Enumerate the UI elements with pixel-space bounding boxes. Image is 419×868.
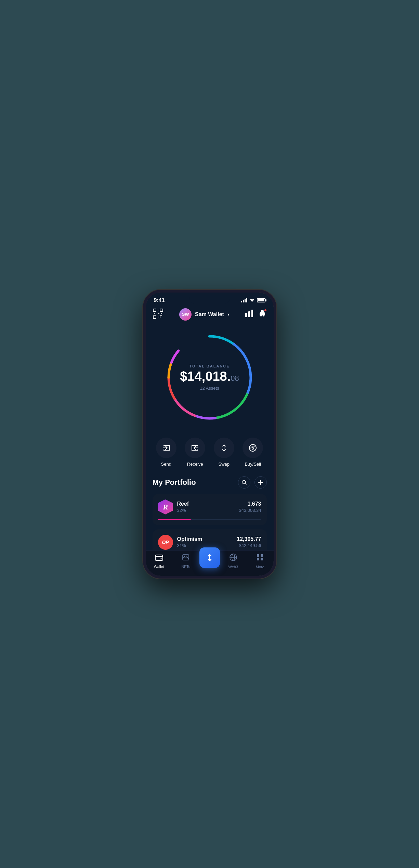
balance-label: TOTAL BALANCE: [180, 364, 239, 368]
search-button[interactable]: [238, 476, 250, 489]
phone-frame: 9:41: [143, 290, 276, 579]
svg-text:$: $: [252, 446, 254, 451]
web3-icon: [229, 553, 237, 563]
nav-web3[interactable]: Web3: [220, 553, 247, 569]
swap-label: Swap: [218, 462, 230, 467]
bell-wrapper: [258, 309, 266, 319]
header: SW Sam Wallet ▾: [146, 306, 274, 326]
reef-amount: 1.673: [239, 501, 261, 507]
asset-left-reef: R Reef 32%: [158, 500, 189, 515]
balance-whole: $14,018.: [180, 369, 231, 383]
op-right: 12,305.77 $42,149.56: [237, 536, 261, 548]
svg-rect-31: [261, 554, 263, 557]
add-asset-button[interactable]: [254, 476, 267, 489]
svg-point-27: [184, 556, 185, 557]
actions-row: Send Receive Swap: [146, 432, 274, 476]
user-profile[interactable]: SW Sam Wallet ▾: [179, 308, 230, 321]
receive-icon-circle: [185, 438, 205, 458]
chevron-down-icon: ▾: [227, 312, 230, 317]
reef-logo: R: [158, 500, 173, 515]
op-info: Optimism 31%: [177, 536, 202, 548]
signal-bars-icon: [241, 298, 247, 302]
phone-inner: 9:41: [146, 293, 274, 576]
op-amount: 12,305.77: [237, 536, 261, 542]
asset-card-reef[interactable]: R Reef 32% 1.673 $43,003.34: [153, 494, 267, 525]
chart-icon[interactable]: [245, 310, 253, 319]
reef-info: Reef 32%: [177, 501, 189, 513]
svg-rect-30: [257, 554, 259, 557]
header-right: [245, 309, 266, 319]
portfolio-title: My Portfolio: [153, 478, 196, 487]
wallet-icon: [155, 554, 163, 563]
status-icons: [241, 298, 265, 303]
swap-icon-circle: [214, 438, 234, 458]
svg-rect-1: [160, 309, 163, 312]
status-time: 9:41: [154, 297, 165, 303]
svg-rect-10: [245, 313, 247, 317]
nav-center-button[interactable]: [199, 547, 220, 568]
reef-right: 1.673 $43,003.34: [239, 501, 261, 513]
portfolio-header: My Portfolio: [153, 476, 267, 489]
svg-rect-32: [257, 558, 259, 560]
more-icon: [256, 553, 264, 563]
notification-dot: [264, 309, 267, 312]
nav-more-label: More: [256, 565, 264, 569]
header-left[interactable]: [153, 308, 163, 321]
op-name: Optimism: [177, 536, 202, 542]
svg-rect-0: [153, 309, 156, 312]
send-label: Send: [161, 462, 171, 467]
receive-label: Receive: [187, 462, 203, 467]
reef-name: Reef: [177, 501, 189, 507]
svg-rect-2: [153, 316, 156, 319]
nav-web3-label: Web3: [228, 565, 238, 569]
reef-bar: [158, 519, 261, 520]
ring-container: TOTAL BALANCE $14,018.08 12 Assets: [162, 329, 258, 425]
nav-nfts[interactable]: NFTs: [172, 554, 199, 569]
balance-amount: $14,018.08: [180, 369, 239, 384]
receive-button[interactable]: Receive: [185, 438, 205, 467]
asset-row-reef: R Reef 32% 1.673 $43,003.34: [158, 500, 261, 515]
avatar: SW: [179, 308, 192, 321]
svg-rect-33: [261, 558, 263, 560]
send-button[interactable]: Send: [156, 438, 176, 467]
buysell-button[interactable]: $ Buy/Sell: [243, 438, 263, 467]
op-value: $42,149.56: [237, 543, 261, 548]
svg-point-25: [160, 558, 161, 559]
balance-cents: 08: [231, 374, 239, 382]
svg-rect-24: [155, 555, 163, 560]
portfolio-actions: [238, 476, 267, 489]
reef-bar-fill: [158, 519, 191, 520]
balance-section: TOTAL BALANCE $14,018.08 12 Assets: [146, 326, 274, 432]
nav-wallet-label: Wallet: [154, 565, 164, 569]
nav-wallet[interactable]: Wallet: [146, 554, 173, 569]
op-pct: 31%: [177, 543, 202, 548]
svg-rect-11: [248, 311, 250, 317]
wifi-icon: [249, 298, 255, 303]
nfts-icon: [182, 554, 190, 563]
op-logo: OP: [158, 535, 173, 550]
nav-nfts-label: NFTs: [181, 565, 190, 569]
svg-rect-12: [251, 310, 253, 317]
reef-value: $43,003.34: [239, 508, 261, 513]
nav-more[interactable]: More: [247, 553, 274, 569]
send-icon-circle: [156, 438, 176, 458]
scan-icon[interactable]: [153, 308, 163, 319]
bottom-nav: Wallet NFTs: [146, 550, 274, 576]
buysell-label: Buy/Sell: [245, 462, 261, 467]
asset-left-optimism: OP Optimism 31%: [158, 535, 202, 550]
notch: [189, 293, 230, 304]
reef-pct: 32%: [177, 508, 189, 513]
swap-button[interactable]: Swap: [214, 438, 234, 467]
assets-count: 12 Assets: [180, 386, 239, 391]
buysell-icon-circle: $: [243, 438, 263, 458]
username: Sam Wallet: [195, 311, 224, 318]
battery-icon: [257, 298, 265, 302]
bell-icon[interactable]: [258, 311, 266, 319]
balance-text: TOTAL BALANCE $14,018.08 12 Assets: [180, 364, 239, 391]
